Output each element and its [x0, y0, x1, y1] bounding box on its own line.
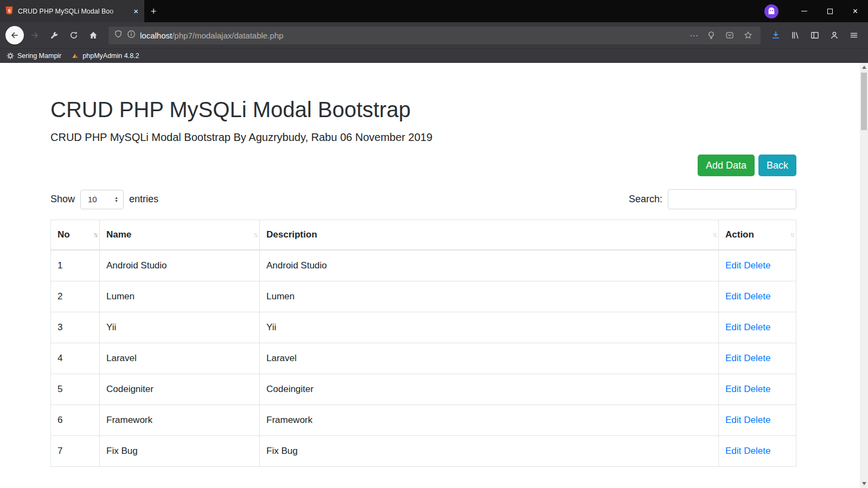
edit-link[interactable]: Edit [725, 291, 741, 301]
gear-icon [7, 52, 14, 60]
cell-name: Codeigniter [100, 374, 260, 405]
download-icon [771, 31, 780, 40]
cell-action: EditDelete [719, 436, 796, 467]
edit-link[interactable]: Edit [725, 353, 741, 363]
close-window-button[interactable]: × [843, 0, 868, 22]
sort-icon: ↑↓ [253, 231, 257, 239]
window-controls: × [764, 0, 868, 22]
ghostery-extension-icon[interactable] [764, 4, 778, 18]
scrollbar-thumb[interactable] [861, 73, 867, 130]
cell-no: 4 [51, 343, 100, 374]
vertical-scrollbar[interactable] [860, 63, 868, 488]
content-container: CRUD PHP MySQLi Modal Bootstrap CRUD PHP… [0, 98, 868, 467]
table-row: 4 Laravel Laravel EditDelete [51, 343, 796, 374]
cell-description: Codeingiter [260, 374, 719, 405]
downloads-button[interactable] [767, 27, 784, 44]
page-title: CRUD PHP MySQLi Modal Bootstrap [50, 98, 796, 122]
tab-close-icon[interactable]: × [132, 7, 139, 16]
lightbulb-icon[interactable] [704, 28, 718, 42]
cell-no: 2 [51, 281, 100, 312]
search-control: Search: [629, 189, 796, 209]
delete-link[interactable]: Delete [744, 384, 770, 394]
cell-description: Fix Bug [260, 436, 719, 467]
url-bar[interactable]: localhost/php7/modalajax/datatable.php ⋯ [108, 27, 761, 44]
edit-link[interactable]: Edit [725, 322, 741, 332]
scroll-up-icon [862, 66, 866, 69]
account-button[interactable] [826, 27, 843, 44]
site-info-icon[interactable] [127, 30, 136, 41]
table-row: 7 Fix Bug Fix Bug EditDelete [51, 436, 796, 467]
entries-select[interactable]: 10 ▲ ▼ [80, 190, 124, 209]
entries-selected-value: 10 [88, 195, 97, 204]
pocket-icon[interactable] [723, 28, 737, 42]
scroll-down-button[interactable] [860, 479, 868, 488]
bookmark-phpmyadmin[interactable]: phpMyAdmin 4.8.2 [71, 52, 139, 60]
cell-action: EditDelete [719, 374, 796, 405]
wrench-icon [50, 31, 59, 40]
cell-action: EditDelete [719, 343, 796, 374]
tab-bar-spacer [163, 0, 764, 22]
delete-link[interactable]: Delete [744, 446, 770, 456]
delete-link[interactable]: Delete [744, 353, 770, 363]
menu-button[interactable] [845, 27, 863, 44]
edit-link[interactable]: Edit [725, 384, 741, 394]
svg-text:5: 5 [8, 8, 11, 14]
minimize-button[interactable] [792, 0, 817, 22]
url-path: /php7/modalajax/datatable.php [172, 31, 283, 40]
html5-icon: 5 [5, 6, 14, 16]
bookmark-sering-mampir[interactable]: Sering Mampir [7, 52, 61, 60]
sort-icon: ↑↓ [93, 231, 97, 239]
cell-action: EditDelete [719, 312, 796, 343]
delete-link[interactable]: Delete [744, 260, 770, 271]
bookmark-star-icon[interactable] [741, 28, 755, 42]
sort-icon: ↑↓ [712, 231, 716, 239]
cell-name: Lumen [100, 281, 260, 312]
home-button[interactable] [85, 27, 102, 44]
back-arrow-icon [10, 31, 19, 40]
new-tab-button[interactable]: + [144, 0, 163, 22]
home-icon [89, 31, 98, 40]
stepper-down-icon: ▼ [114, 200, 118, 203]
datatable-controls: Show 10 ▲ ▼ entries Search: [50, 189, 796, 209]
search-input[interactable] [668, 189, 796, 209]
delete-link[interactable]: Delete [744, 291, 770, 301]
cell-no: 7 [51, 436, 100, 467]
table-body: 1 Android Studio Android Studio EditDele… [51, 250, 796, 467]
table-header: No ↑↓ Name ↑↓ Description ↑↓ Action [51, 220, 796, 251]
column-header-name[interactable]: Name ↑↓ [100, 220, 260, 251]
table-row: 2 Lumen Lumen EditDelete [51, 281, 796, 312]
tracking-protection-shield-icon[interactable] [114, 30, 123, 41]
column-header-description[interactable]: Description ↑↓ [260, 220, 719, 251]
sidebar-toggle-button[interactable] [806, 27, 824, 44]
delete-link[interactable]: Delete [744, 415, 770, 425]
browser-tab[interactable]: 5 CRUD PHP MySQLi Modal Boo × [0, 0, 144, 22]
edit-link[interactable]: Edit [725, 260, 741, 271]
maximize-button[interactable] [817, 0, 843, 22]
column-header-action[interactable]: Action ↑↓ [719, 220, 796, 251]
cell-name: Framework [100, 405, 260, 436]
back-button[interactable] [5, 26, 24, 44]
cell-action: EditDelete [719, 250, 796, 281]
entries-label: entries [129, 194, 158, 205]
table-row: 3 Yii Yii EditDelete [51, 312, 796, 343]
delete-link[interactable]: Delete [744, 322, 770, 332]
table-row: 1 Android Studio Android Studio EditDele… [51, 250, 796, 281]
forward-button[interactable] [26, 27, 43, 44]
bookmark-label: phpMyAdmin 4.8.2 [82, 52, 139, 60]
account-icon [830, 31, 839, 40]
cell-action: EditDelete [719, 405, 796, 436]
column-label: No [58, 229, 70, 240]
edit-link[interactable]: Edit [725, 415, 741, 425]
library-button[interactable] [787, 27, 804, 44]
cell-description: Framework [260, 405, 719, 436]
url-text[interactable]: localhost/php7/modalajax/datatable.php [140, 31, 684, 40]
back-page-button[interactable]: Back [758, 155, 796, 176]
wrench-button[interactable] [46, 27, 63, 44]
bookmark-label: Sering Mampir [17, 52, 61, 60]
add-data-button[interactable]: Add Data [698, 155, 755, 176]
column-header-no[interactable]: No ↑↓ [51, 220, 100, 251]
scroll-up-button[interactable] [860, 63, 868, 72]
page-actions-icon[interactable]: ⋯ [688, 30, 700, 41]
reload-button[interactable] [65, 27, 82, 44]
edit-link[interactable]: Edit [725, 446, 741, 456]
